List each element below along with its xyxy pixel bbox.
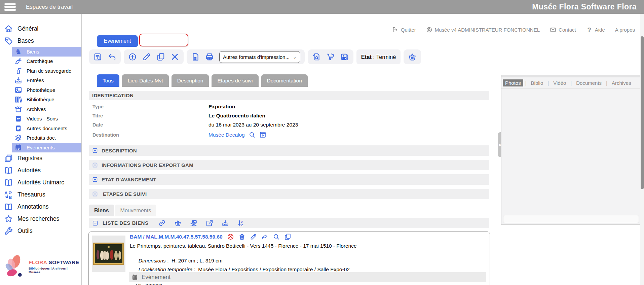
link-icon[interactable] <box>158 219 166 227</box>
download-icon[interactable] <box>222 219 229 227</box>
current-user[interactable]: Musée v4 ADMINISTRATEUR FONCTIONNEL <box>426 27 540 33</box>
contact-button[interactable]: Contact <box>550 27 576 33</box>
star-icon <box>4 214 13 223</box>
export-document-icon[interactable] <box>312 52 321 61</box>
sidebar-item-produits-doc[interactable]: Produits doc. <box>12 133 81 143</box>
trash-icon[interactable] <box>238 233 245 240</box>
undo-icon[interactable] <box>108 52 116 61</box>
toolbar-group-export <box>308 49 353 64</box>
quitter-button[interactable]: Quitter <box>392 27 416 33</box>
sidebar-item-biens[interactable]: ♞ Biens <box>12 47 81 57</box>
tab-biblio[interactable]: Biblio <box>529 79 546 86</box>
trolley-icon[interactable] <box>326 52 335 61</box>
sidebar-item-registres[interactable]: Registres <box>0 152 81 165</box>
sidebar: Général Bases ♞ Biens Carothèque Plan de… <box>0 14 82 285</box>
tab-biens[interactable]: Biens <box>89 205 114 216</box>
tab-photos[interactable]: Photos <box>503 79 523 86</box>
status-badge: Etat : Terminé <box>356 49 401 64</box>
item-reference-link[interactable]: BAM / MAL.M.M.M.40.47.5.57.58.59.60 <box>130 234 223 240</box>
expand-plus-icon[interactable] <box>92 148 98 153</box>
sidebar-item-thesaurus[interactable]: AB Thesaurus <box>0 189 81 201</box>
sidebar-item-videos-sons[interactable]: Vidéos - Sons <box>12 114 81 124</box>
sidebar-item-archives[interactable]: Archives <box>12 104 81 114</box>
sidebar-item-evenements[interactable]: Evènements <box>12 143 81 152</box>
section-etat-avancement[interactable]: ETAT D'AVANCEMENT <box>89 174 489 185</box>
workspace-label: Espaces de travail <box>26 4 73 10</box>
sidebar-item-annotations[interactable]: Annotations <box>0 201 81 213</box>
tab-tous[interactable]: Tous <box>97 74 119 87</box>
empty-highlighted-tab[interactable] <box>139 34 188 46</box>
delete-x-icon[interactable] <box>171 52 179 61</box>
document-print-icon[interactable] <box>191 52 200 61</box>
video-file-icon <box>14 115 22 122</box>
bien-list-item: BAM / MAL.M.M.M.40.47.5.57.58.59.60 Le P… <box>88 231 490 285</box>
field-destination: Destination Musée Decalog <box>89 130 489 139</box>
sidebar-item-bases[interactable]: Bases <box>0 35 81 47</box>
edit-pencil-icon[interactable] <box>250 233 257 240</box>
add-record-icon[interactable] <box>128 52 137 61</box>
tab-documentation[interactable]: Documentation <box>261 74 308 87</box>
tab-description[interactable]: Description <box>172 74 209 87</box>
search-icon[interactable] <box>249 131 256 138</box>
print-format-dropdown[interactable]: Autres formats d'impression... ⌄ <box>219 51 300 63</box>
media-panel-tabs: Photos | Biblio | Vidéo | Documents | Ar… <box>501 77 641 89</box>
sidebar-item-autorites[interactable]: Autorités <box>0 165 81 177</box>
sort-az-icon[interactable]: AZ <box>237 219 245 227</box>
media-panel: Photos | Biblio | Vidéo | Documents | Ar… <box>501 75 641 225</box>
artwork-thumbnail[interactable] <box>92 236 125 272</box>
search-icon[interactable] <box>273 233 280 240</box>
tab-mouvements[interactable]: Mouvements <box>115 205 156 216</box>
collapse-minus-icon[interactable] <box>92 220 98 226</box>
tab-etapes-de-suivi[interactable]: Etapes de suivi <box>212 74 258 87</box>
record-tab-evenement[interactable]: Evènement <box>97 35 138 47</box>
aide-button[interactable]: ? Aide <box>586 27 605 33</box>
tab-documents[interactable]: Documents <box>574 79 604 86</box>
app-window: Espaces de travail Musée Flora Software … <box>0 0 644 285</box>
sidebar-item-entrees[interactable]: Entrées <box>12 76 81 85</box>
tab-archives[interactable]: Archives <box>609 79 634 86</box>
sidebar-item-outils[interactable]: Outils <box>0 225 81 237</box>
open-book-icon <box>4 166 13 175</box>
home-icon <box>4 24 13 33</box>
external-link-icon[interactable] <box>206 219 213 227</box>
sidebar-item-mes-recherches[interactable]: Mes recherches <box>0 213 81 225</box>
toolbar-group-print: Autres formats d'impression... ⌄ <box>187 49 305 64</box>
expand-plus-icon[interactable] <box>92 162 98 168</box>
report-add-icon[interactable] <box>340 52 349 61</box>
copy-icon[interactable] <box>284 233 291 240</box>
apropos-button[interactable]: A propos <box>615 27 635 33</box>
sidebar-item-autorites-unimarc[interactable]: Autorités Unimarc <box>0 177 81 189</box>
page-scrollbar-thumb[interactable] <box>641 36 644 189</box>
hand-image-icon[interactable] <box>190 219 197 227</box>
expand-plus-icon[interactable] <box>92 177 98 182</box>
sidebar-item-phototheque[interactable]: Photothèque <box>12 85 81 95</box>
thesaurus-ab-icon: AB <box>4 190 13 199</box>
sidebar-item-autres-documents[interactable]: Autres documents <box>12 123 81 133</box>
expand-plus-icon[interactable] <box>92 191 98 197</box>
item-numero: N° : 000001 <box>135 283 163 285</box>
share-arrow-icon[interactable] <box>261 233 268 240</box>
sidebar-item-carotheque[interactable]: Carothèque <box>12 57 81 66</box>
sidebar-item-general[interactable]: Général <box>0 23 81 35</box>
question-icon: ? <box>586 27 593 33</box>
basket-icon[interactable] <box>174 219 182 227</box>
hamburger-menu-icon[interactable] <box>4 3 16 11</box>
painting-image <box>93 243 124 265</box>
duplicate-icon[interactable] <box>156 52 165 61</box>
edit-pencil-icon[interactable] <box>142 52 151 61</box>
section-informations-export-gam[interactable]: INFORMATIONS POUR EXPORT GAM <box>89 160 489 170</box>
sidebar-item-bibliotheque[interactable]: Bibliothèque <box>12 95 81 105</box>
open-window-icon[interactable] <box>259 131 266 138</box>
tab-video[interactable]: Vidéo <box>551 79 568 86</box>
app-title: Musée Flora Software Flora <box>532 2 637 11</box>
list-search-icon[interactable] <box>93 52 102 61</box>
section-etapes-de-suivi[interactable]: ETAPES DE SUIVI <box>89 189 489 199</box>
tab-lieu-dates-mvt[interactable]: Lieu-Dates-Mvt <box>122 74 169 87</box>
svg-text:A: A <box>241 220 243 223</box>
basket-button[interactable] <box>404 49 421 64</box>
printer-icon[interactable] <box>205 52 214 61</box>
destination-link[interactable]: Musée Decalog <box>209 132 245 138</box>
section-description[interactable]: DESCRIPTION <box>89 145 489 156</box>
remove-circle-icon[interactable] <box>227 233 234 240</box>
sidebar-item-plan-sauvegarde[interactable]: Plan de sauvegarde <box>12 66 81 76</box>
